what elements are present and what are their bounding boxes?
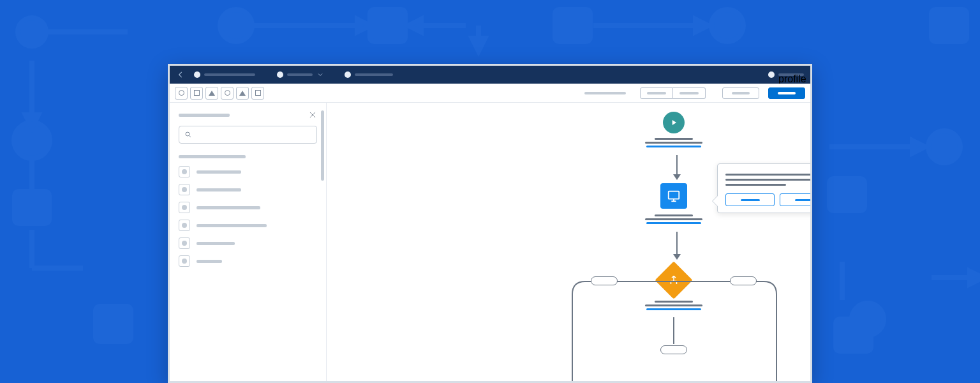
svg-point-20 [928, 131, 960, 163]
svg-point-35 [186, 132, 189, 136]
toolbar-action-outline[interactable] [722, 87, 759, 99]
node-popover [717, 163, 810, 213]
svg-line-36 [189, 136, 191, 138]
sidebar [170, 103, 327, 381]
close-icon[interactable] [308, 110, 317, 119]
connector-1 [673, 155, 681, 180]
chevron-down-icon[interactable] [316, 71, 324, 79]
sidebar-item-label [197, 188, 241, 192]
toolbar-shape-triangle[interactable] [205, 87, 218, 100]
node-caption-2 [645, 214, 702, 224]
popover-button-1[interactable] [725, 193, 775, 206]
node-caption-1 [645, 138, 702, 147]
node-type-icon [179, 220, 190, 231]
search-icon [184, 131, 192, 139]
sidebar-item[interactable] [179, 255, 317, 267]
svg-point-2 [220, 10, 252, 41]
popover-line-2 [725, 179, 810, 181]
titlebar-item-3[interactable] [345, 71, 393, 78]
toolbar-shape-circle-2[interactable] [221, 87, 234, 100]
node-type-icon [179, 255, 190, 267]
svg-rect-18 [15, 192, 49, 223]
toolbar-action-primary[interactable] [768, 87, 805, 99]
sidebar-section-label [179, 155, 246, 158]
svg-marker-37 [672, 120, 676, 125]
popover-line-1 [725, 174, 810, 176]
titlebar: profile [170, 66, 810, 84]
svg-rect-29 [836, 319, 871, 351]
popover-button-2[interactable] [780, 193, 810, 206]
svg-marker-7 [408, 19, 421, 32]
profile-menu[interactable]: profile [768, 71, 804, 78]
node-type-icon [179, 237, 190, 249]
back-button[interactable] [176, 70, 185, 79]
segment-option-2[interactable] [673, 87, 706, 99]
node-caption-3 [645, 301, 702, 310]
search-input[interactable] [179, 126, 317, 144]
svg-marker-22 [912, 140, 925, 153]
play-icon [669, 118, 678, 127]
nav-dot-icon [277, 71, 283, 78]
sidebar-item[interactable] [179, 202, 317, 213]
flow-canvas[interactable] [327, 103, 810, 381]
branch-mid-label[interactable] [660, 345, 687, 354]
screen-node[interactable] [660, 183, 687, 209]
svg-rect-14 [932, 10, 967, 41]
popover-line-3 [725, 184, 786, 186]
toolbar [170, 84, 810, 103]
svg-marker-9 [472, 38, 485, 51]
node-type-icon [179, 202, 190, 213]
svg-rect-5 [370, 10, 405, 41]
toolbar-shape-circle[interactable] [175, 87, 188, 100]
start-node[interactable] [663, 112, 685, 133]
svg-rect-38 [669, 192, 679, 199]
svg-point-0 [18, 18, 46, 46]
titlebar-item-2[interactable] [277, 71, 324, 79]
branch-connector [560, 278, 789, 381]
profile-label: profile [778, 73, 804, 76]
branch-label-left[interactable] [591, 276, 618, 285]
node-type-icon [179, 184, 190, 195]
titlebar-label-2 [287, 73, 313, 76]
svg-rect-23 [829, 179, 865, 211]
nav-dot-icon [345, 71, 351, 78]
sidebar-item[interactable] [179, 220, 317, 231]
connector-2 [673, 232, 681, 260]
connector-3 [673, 317, 674, 344]
toolbar-segment [640, 87, 706, 99]
avatar-icon [768, 71, 775, 78]
sidebar-item-label [197, 260, 222, 263]
titlebar-label-1 [204, 73, 255, 76]
svg-rect-10 [555, 10, 590, 41]
sidebar-item-label [197, 224, 267, 227]
sidebar-item[interactable] [179, 166, 317, 177]
screen-icon [667, 189, 681, 203]
segment-option-1[interactable] [640, 87, 673, 99]
toolbar-shape-square[interactable] [190, 87, 203, 100]
app-icon [194, 71, 200, 78]
sidebar-item-label [197, 206, 260, 209]
svg-rect-26 [96, 306, 131, 342]
svg-point-13 [711, 10, 743, 41]
app-window: profile [168, 64, 812, 383]
sidebar-item[interactable] [179, 184, 317, 195]
sidebar-item[interactable] [179, 237, 317, 249]
toolbar-text [584, 92, 626, 94]
toolbar-shape-triangle-2[interactable] [236, 87, 249, 100]
branch-label-right[interactable] [730, 276, 757, 285]
sidebar-title [179, 114, 230, 117]
node-type-icon [179, 166, 190, 177]
svg-marker-12 [695, 19, 708, 32]
sidebar-item-label [197, 242, 235, 245]
titlebar-item-1[interactable] [194, 71, 255, 78]
sidebar-scrollbar[interactable] [321, 110, 324, 181]
svg-marker-31 [970, 271, 980, 284]
toolbar-shape-square-2[interactable] [251, 87, 264, 100]
titlebar-label-3 [355, 73, 393, 76]
sidebar-item-label [197, 170, 241, 174]
